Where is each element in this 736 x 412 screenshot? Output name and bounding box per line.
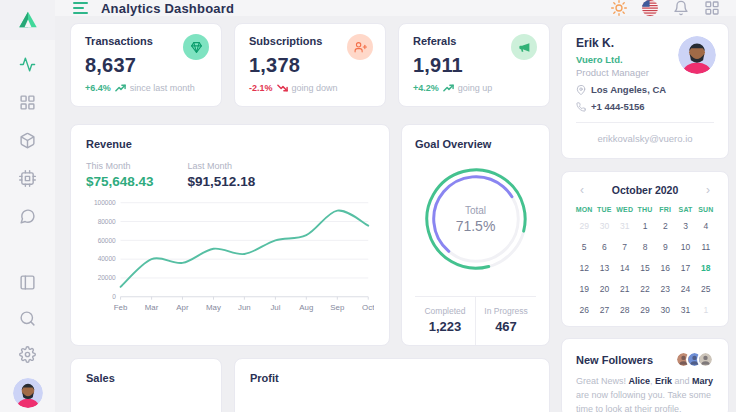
stat-card-referals: Referals1,911+4.2%going up xyxy=(398,23,550,107)
calendar-day[interactable]: 22 xyxy=(635,281,655,297)
calendar-day[interactable]: 15 xyxy=(635,260,655,276)
user-plus-icon xyxy=(354,41,367,54)
vuero-triangle-logo-icon xyxy=(17,9,39,31)
svg-text:Jun: Jun xyxy=(238,303,251,312)
menu-toggle-button[interactable] xyxy=(72,1,89,15)
svg-text:60000: 60000 xyxy=(98,237,116,244)
calendar-day[interactable]: 1 xyxy=(696,302,716,318)
goal-completed-value: 1,223 xyxy=(415,319,475,334)
app-logo[interactable] xyxy=(0,0,55,40)
revenue-title: Revenue xyxy=(86,138,374,150)
calendar-day[interactable]: 3 xyxy=(675,218,695,234)
calendar-day[interactable]: 8 xyxy=(635,239,655,255)
sidebar-item-activity[interactable] xyxy=(10,46,46,82)
svg-text:0: 0 xyxy=(112,293,116,300)
revenue-this-month-value: $75,648.43 xyxy=(86,174,154,189)
calendar-day[interactable]: 6 xyxy=(594,239,614,255)
trend-up-icon xyxy=(115,84,126,92)
activity-icon xyxy=(19,56,36,73)
calendar-day[interactable]: 29 xyxy=(635,302,655,318)
goal-overview-card: Goal Overview Total 71.5% Completed 1,22… xyxy=(401,124,550,346)
svg-text:20000: 20000 xyxy=(98,274,116,281)
hamburger-icon xyxy=(72,1,89,15)
svg-text:Apr: Apr xyxy=(176,303,189,312)
calendar-day[interactable]: 2 xyxy=(655,218,675,234)
calendar-day[interactable]: 24 xyxy=(675,281,695,297)
calendar-day[interactable]: 12 xyxy=(574,260,594,276)
theme-toggle-button[interactable] xyxy=(611,0,627,16)
profit-title: Profit xyxy=(250,372,534,384)
follower-name[interactable]: Mary xyxy=(692,376,713,386)
calendar-day[interactable]: 11 xyxy=(696,239,716,255)
calendar-day[interactable]: 14 xyxy=(615,260,635,276)
language-flag-button[interactable] xyxy=(642,0,658,16)
notifications-button[interactable] xyxy=(673,0,689,16)
revenue-last-month: Last Month $91,512.18 xyxy=(188,161,256,189)
calendar-day[interactable]: 25 xyxy=(696,281,716,297)
svg-text:Mar: Mar xyxy=(145,303,159,312)
calendar-day[interactable]: 10 xyxy=(675,239,695,255)
user-avatar-illustration xyxy=(13,378,43,408)
calendar-day[interactable]: 5 xyxy=(574,239,594,255)
sidebar-user-avatar[interactable] xyxy=(13,378,43,408)
revenue-card: Revenue This Month $75,648.43 Last Month… xyxy=(70,124,390,346)
apps-menu-button[interactable] xyxy=(704,0,720,16)
gear-icon xyxy=(19,346,36,363)
sidebar-item-panels[interactable] xyxy=(10,264,46,300)
svg-text:Jul: Jul xyxy=(270,303,280,312)
calendar-day[interactable]: 23 xyxy=(655,281,675,297)
profile-avatar[interactable] xyxy=(678,36,716,74)
calendar-day[interactable]: 20 xyxy=(594,281,614,297)
us-flag-icon xyxy=(642,0,658,16)
calendar-day-selected[interactable]: 18 xyxy=(696,260,716,276)
calendar-day[interactable]: 4 xyxy=(696,218,716,234)
calendar-day[interactable]: 1 xyxy=(635,218,655,234)
profile-card: Erik K. Vuero Ltd. Product Manager Los A… xyxy=(561,23,729,159)
calendar-day[interactable]: 13 xyxy=(594,260,614,276)
stat-note: since last month xyxy=(130,83,195,93)
box-icon xyxy=(19,132,36,149)
followers-avatars xyxy=(675,351,714,368)
calendar-day[interactable]: 31 xyxy=(615,218,635,234)
chat-icon xyxy=(19,208,36,225)
calendar-day[interactable]: 31 xyxy=(675,302,695,318)
calendar-day[interactable]: 19 xyxy=(574,281,594,297)
cpu-icon xyxy=(19,170,36,187)
calendar-next-button[interactable]: › xyxy=(700,183,716,197)
follower-avatar[interactable] xyxy=(697,351,714,368)
goal-donut-chart: Total 71.5% xyxy=(417,160,535,278)
calendar-day[interactable]: 29 xyxy=(574,218,594,234)
svg-text:100000: 100000 xyxy=(94,199,116,206)
calendar-day[interactable]: 26 xyxy=(574,302,594,318)
profit-card: Profit xyxy=(234,358,550,412)
calendar-day[interactable]: 28 xyxy=(615,302,635,318)
calendar-dayname: SUN xyxy=(696,206,716,213)
sidebar-top-nav xyxy=(10,46,46,234)
calendar-dayname: FRI xyxy=(655,206,675,213)
sidebar-item-settings[interactable] xyxy=(10,336,46,372)
follower-name[interactable]: Erik xyxy=(655,376,672,386)
svg-text:Oct: Oct xyxy=(362,303,374,312)
trend-down-icon xyxy=(277,84,288,92)
calendar-day[interactable]: 27 xyxy=(594,302,614,318)
sidebar-item-messages[interactable] xyxy=(10,198,46,234)
revenue-line-chart: 020000400006000080000100000FebMarAprMayJ… xyxy=(86,195,374,316)
calendar-prev-button[interactable]: ‹ xyxy=(574,183,590,197)
calendar-day[interactable]: 17 xyxy=(675,260,695,276)
sidebar-item-dashboards[interactable] xyxy=(10,84,46,120)
grid-icon xyxy=(19,94,36,111)
goal-title: Goal Overview xyxy=(415,138,536,150)
sidebar-item-system[interactable] xyxy=(10,160,46,196)
calendar-day[interactable]: 16 xyxy=(655,260,675,276)
calendar-day[interactable]: 21 xyxy=(615,281,635,297)
gem-icon xyxy=(190,41,203,54)
calendar-day[interactable]: 7 xyxy=(615,239,635,255)
follower-name[interactable]: Alice xyxy=(629,376,651,386)
calendar-day[interactable]: 30 xyxy=(655,302,675,318)
stat-note: going up xyxy=(458,83,493,93)
calendar-day[interactable]: 9 xyxy=(655,239,675,255)
columns-icon xyxy=(19,274,36,291)
sidebar-item-components[interactable] xyxy=(10,122,46,158)
calendar-day[interactable]: 30 xyxy=(594,218,614,234)
sidebar-item-search[interactable] xyxy=(10,300,46,336)
